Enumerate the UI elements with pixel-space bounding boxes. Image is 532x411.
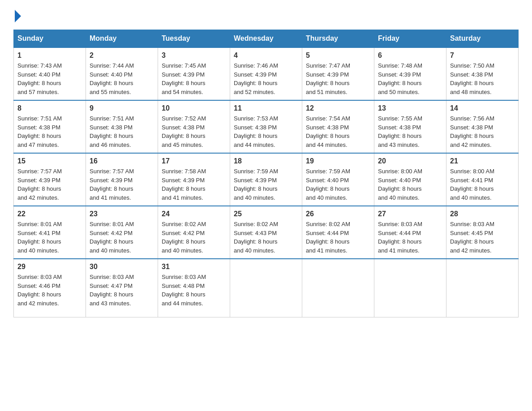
calendar-cell: 25 Sunrise: 8:02 AM Sunset: 4:43 PM Dayl… [230, 206, 302, 259]
day-number: 23 [90, 210, 154, 218]
calendar-cell: 30 Sunrise: 8:03 AM Sunset: 4:47 PM Dayl… [86, 259, 158, 317]
day-number: 29 [17, 263, 82, 271]
day-info: Sunrise: 7:54 AM Sunset: 4:38 PM Dayligh… [306, 114, 370, 149]
day-info: Sunrise: 8:00 AM Sunset: 4:41 PM Dayligh… [450, 167, 515, 202]
header-thursday: Thursday [302, 30, 374, 48]
calendar-cell: 21 Sunrise: 8:00 AM Sunset: 4:41 PM Dayl… [446, 153, 519, 206]
day-info: Sunrise: 8:02 AM Sunset: 4:42 PM Dayligh… [162, 220, 226, 255]
day-number: 2 [90, 51, 154, 60]
calendar-cell: 13 Sunrise: 7:55 AM Sunset: 4:38 PM Dayl… [374, 100, 446, 153]
day-info: Sunrise: 8:02 AM Sunset: 4:43 PM Dayligh… [234, 220, 298, 255]
calendar-cell: 20 Sunrise: 8:00 AM Sunset: 4:40 PM Dayl… [374, 153, 446, 206]
page-header [13, 9, 519, 21]
day-info: Sunrise: 8:01 AM Sunset: 4:42 PM Dayligh… [90, 220, 154, 255]
calendar-cell: 9 Sunrise: 7:51 AM Sunset: 4:38 PM Dayli… [86, 100, 158, 153]
day-info: Sunrise: 7:59 AM Sunset: 4:39 PM Dayligh… [234, 167, 298, 202]
day-number: 21 [450, 157, 515, 165]
day-info: Sunrise: 7:58 AM Sunset: 4:39 PM Dayligh… [162, 167, 226, 202]
logo-top [13, 9, 21, 22]
calendar-cell: 3 Sunrise: 7:45 AM Sunset: 4:39 PM Dayli… [158, 47, 230, 100]
calendar-cell: 24 Sunrise: 8:02 AM Sunset: 4:42 PM Dayl… [158, 206, 230, 259]
day-number: 26 [306, 210, 370, 218]
day-number: 13 [378, 104, 442, 112]
day-info: Sunrise: 7:50 AM Sunset: 4:38 PM Dayligh… [450, 61, 515, 96]
day-info: Sunrise: 7:46 AM Sunset: 4:39 PM Dayligh… [234, 61, 298, 96]
header-sunday: Sunday [14, 30, 86, 48]
day-number: 31 [162, 263, 226, 271]
day-info: Sunrise: 7:52 AM Sunset: 4:38 PM Dayligh… [162, 114, 226, 149]
week-row-2: 8 Sunrise: 7:51 AM Sunset: 4:38 PM Dayli… [14, 100, 519, 153]
header-saturday: Saturday [446, 30, 519, 48]
calendar-cell [230, 259, 302, 317]
calendar-cell: 18 Sunrise: 7:59 AM Sunset: 4:39 PM Dayl… [230, 153, 302, 206]
day-info: Sunrise: 8:03 AM Sunset: 4:46 PM Dayligh… [17, 273, 82, 308]
day-info: Sunrise: 7:57 AM Sunset: 4:39 PM Dayligh… [90, 167, 154, 202]
calendar-cell: 12 Sunrise: 7:54 AM Sunset: 4:38 PM Dayl… [302, 100, 374, 153]
day-number: 11 [234, 104, 298, 112]
header-wednesday: Wednesday [230, 30, 302, 48]
logo [13, 9, 21, 21]
day-info: Sunrise: 7:47 AM Sunset: 4:39 PM Dayligh… [306, 61, 370, 96]
day-number: 19 [306, 157, 370, 165]
calendar-cell: 8 Sunrise: 7:51 AM Sunset: 4:38 PM Dayli… [14, 100, 86, 153]
day-number: 5 [306, 51, 370, 60]
day-info: Sunrise: 7:43 AM Sunset: 4:40 PM Dayligh… [17, 61, 82, 96]
calendar-cell: 5 Sunrise: 7:47 AM Sunset: 4:39 PM Dayli… [302, 47, 374, 100]
calendar-cell: 19 Sunrise: 7:59 AM Sunset: 4:40 PM Dayl… [302, 153, 374, 206]
calendar-cell: 1 Sunrise: 7:43 AM Sunset: 4:40 PM Dayli… [14, 47, 86, 100]
day-number: 9 [90, 104, 154, 112]
day-number: 15 [17, 157, 82, 165]
calendar-cell: 28 Sunrise: 8:03 AM Sunset: 4:45 PM Dayl… [446, 206, 519, 259]
calendar-cell: 6 Sunrise: 7:48 AM Sunset: 4:39 PM Dayli… [374, 47, 446, 100]
header-row: SundayMondayTuesdayWednesdayThursdayFrid… [14, 30, 519, 48]
day-number: 16 [90, 157, 154, 165]
calendar-cell [374, 259, 446, 317]
day-number: 12 [306, 104, 370, 112]
day-number: 18 [234, 157, 298, 165]
week-row-4: 22 Sunrise: 8:01 AM Sunset: 4:41 PM Dayl… [14, 206, 519, 259]
day-number: 3 [162, 51, 226, 60]
calendar-cell: 11 Sunrise: 7:53 AM Sunset: 4:38 PM Dayl… [230, 100, 302, 153]
calendar-cell: 15 Sunrise: 7:57 AM Sunset: 4:39 PM Dayl… [14, 153, 86, 206]
week-row-5: 29 Sunrise: 8:03 AM Sunset: 4:46 PM Dayl… [14, 259, 519, 317]
day-info: Sunrise: 8:03 AM Sunset: 4:47 PM Dayligh… [90, 273, 154, 308]
day-info: Sunrise: 7:45 AM Sunset: 4:39 PM Dayligh… [162, 61, 226, 96]
day-number: 27 [378, 210, 442, 218]
calendar-cell [302, 259, 374, 317]
calendar-cell: 10 Sunrise: 7:52 AM Sunset: 4:38 PM Dayl… [158, 100, 230, 153]
day-info: Sunrise: 7:51 AM Sunset: 4:38 PM Dayligh… [17, 114, 82, 149]
day-info: Sunrise: 8:00 AM Sunset: 4:40 PM Dayligh… [378, 167, 442, 202]
header-friday: Friday [374, 30, 446, 48]
calendar-cell: 17 Sunrise: 7:58 AM Sunset: 4:39 PM Dayl… [158, 153, 230, 206]
calendar-table: SundayMondayTuesdayWednesdayThursdayFrid… [13, 30, 519, 317]
calendar-cell: 22 Sunrise: 8:01 AM Sunset: 4:41 PM Dayl… [14, 206, 86, 259]
day-info: Sunrise: 7:55 AM Sunset: 4:38 PM Dayligh… [378, 114, 442, 149]
calendar-cell: 16 Sunrise: 7:57 AM Sunset: 4:39 PM Dayl… [86, 153, 158, 206]
day-info: Sunrise: 7:57 AM Sunset: 4:39 PM Dayligh… [17, 167, 82, 202]
day-info: Sunrise: 7:56 AM Sunset: 4:38 PM Dayligh… [450, 114, 515, 149]
day-info: Sunrise: 8:03 AM Sunset: 4:44 PM Dayligh… [378, 220, 442, 255]
day-number: 4 [234, 51, 298, 60]
header-tuesday: Tuesday [158, 30, 230, 48]
day-number: 24 [162, 210, 226, 218]
calendar-cell: 23 Sunrise: 8:01 AM Sunset: 4:42 PM Dayl… [86, 206, 158, 259]
day-number: 8 [17, 104, 82, 112]
day-number: 17 [162, 157, 226, 165]
day-number: 10 [162, 104, 226, 112]
day-number: 7 [450, 51, 515, 60]
day-info: Sunrise: 8:02 AM Sunset: 4:44 PM Dayligh… [306, 220, 370, 255]
calendar-cell: 14 Sunrise: 7:56 AM Sunset: 4:38 PM Dayl… [446, 100, 519, 153]
day-info: Sunrise: 8:01 AM Sunset: 4:41 PM Dayligh… [17, 220, 82, 255]
calendar-cell: 7 Sunrise: 7:50 AM Sunset: 4:38 PM Dayli… [446, 47, 519, 100]
calendar-cell: 27 Sunrise: 8:03 AM Sunset: 4:44 PM Dayl… [374, 206, 446, 259]
day-number: 30 [90, 263, 154, 271]
day-info: Sunrise: 7:44 AM Sunset: 4:40 PM Dayligh… [90, 61, 154, 96]
day-number: 28 [450, 210, 515, 218]
day-info: Sunrise: 7:59 AM Sunset: 4:40 PM Dayligh… [306, 167, 370, 202]
header-monday: Monday [86, 30, 158, 48]
calendar-cell: 29 Sunrise: 8:03 AM Sunset: 4:46 PM Dayl… [14, 259, 86, 317]
day-info: Sunrise: 7:48 AM Sunset: 4:39 PM Dayligh… [378, 61, 442, 96]
calendar-cell: 31 Sunrise: 8:03 AM Sunset: 4:48 PM Dayl… [158, 259, 230, 317]
day-info: Sunrise: 8:03 AM Sunset: 4:48 PM Dayligh… [162, 273, 226, 308]
day-number: 14 [450, 104, 515, 112]
